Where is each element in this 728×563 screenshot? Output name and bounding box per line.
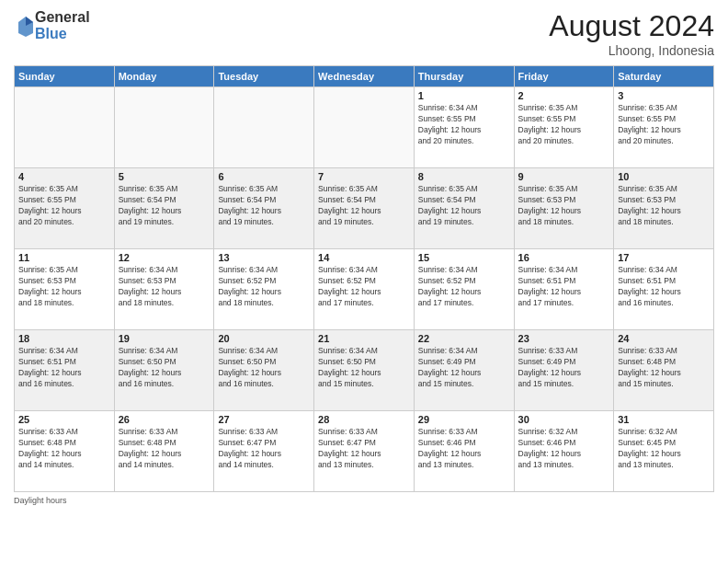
- day-info: Sunrise: 6:35 AMSunset: 6:53 PMDaylight:…: [518, 184, 610, 228]
- day-info: Sunrise: 6:35 AMSunset: 6:54 PMDaylight:…: [418, 184, 510, 228]
- day-number: 20: [218, 333, 310, 344]
- logo-general: General: [35, 9, 90, 26]
- table-row: 4Sunrise: 6:35 AMSunset: 6:55 PMDaylight…: [15, 168, 115, 249]
- day-number: 3: [618, 90, 710, 101]
- calendar-header-row: Sunday Monday Tuesday Wednesday Thursday…: [15, 66, 714, 87]
- day-number: 14: [318, 252, 410, 263]
- day-number: 12: [119, 252, 210, 263]
- table-row: 20Sunrise: 6:34 AMSunset: 6:50 PMDayligh…: [214, 330, 314, 411]
- day-number: 5: [119, 171, 210, 182]
- table-row: 7Sunrise: 6:35 AMSunset: 6:54 PMDaylight…: [314, 168, 415, 249]
- day-number: 31: [618, 414, 710, 425]
- table-row: 5Sunrise: 6:35 AMSunset: 6:54 PMDaylight…: [114, 168, 214, 249]
- table-row: 27Sunrise: 6:33 AMSunset: 6:47 PMDayligh…: [214, 411, 314, 492]
- calendar-week-row: 4Sunrise: 6:35 AMSunset: 6:55 PMDaylight…: [15, 168, 714, 249]
- table-row: 13Sunrise: 6:34 AMSunset: 6:52 PMDayligh…: [214, 249, 314, 330]
- table-row: 2Sunrise: 6:35 AMSunset: 6:55 PMDaylight…: [514, 87, 614, 168]
- table-row: 25Sunrise: 6:33 AMSunset: 6:48 PMDayligh…: [15, 411, 115, 492]
- day-info: Sunrise: 6:35 AMSunset: 6:53 PMDaylight:…: [618, 184, 710, 228]
- day-number: 24: [618, 333, 710, 344]
- logo-text: General Blue: [35, 9, 90, 41]
- col-saturday: Saturday: [614, 66, 714, 87]
- day-info: Sunrise: 6:35 AMSunset: 6:54 PMDaylight:…: [119, 184, 210, 228]
- day-info: Sunrise: 6:35 AMSunset: 6:53 PMDaylight:…: [18, 265, 110, 309]
- table-row: 14Sunrise: 6:34 AMSunset: 6:52 PMDayligh…: [314, 249, 415, 330]
- day-info: Sunrise: 6:33 AMSunset: 6:48 PMDaylight:…: [18, 427, 110, 471]
- col-thursday: Thursday: [414, 66, 514, 87]
- table-row: 3Sunrise: 6:35 AMSunset: 6:55 PMDaylight…: [614, 87, 714, 168]
- table-row: [114, 87, 214, 168]
- day-number: 8: [418, 171, 510, 182]
- table-row: 1Sunrise: 6:34 AMSunset: 6:55 PMDaylight…: [414, 87, 514, 168]
- month-year: August 2024: [549, 9, 714, 43]
- table-row: 24Sunrise: 6:33 AMSunset: 6:48 PMDayligh…: [614, 330, 714, 411]
- col-wednesday: Wednesday: [314, 66, 415, 87]
- day-number: 28: [318, 414, 410, 425]
- table-row: [214, 87, 314, 168]
- col-tuesday: Tuesday: [214, 66, 314, 87]
- day-info: Sunrise: 6:34 AMSunset: 6:55 PMDaylight:…: [418, 103, 510, 147]
- table-row: 9Sunrise: 6:35 AMSunset: 6:53 PMDaylight…: [514, 168, 614, 249]
- table-row: 11Sunrise: 6:35 AMSunset: 6:53 PMDayligh…: [15, 249, 115, 330]
- day-number: 11: [18, 252, 110, 263]
- day-info: Sunrise: 6:34 AMSunset: 6:52 PMDaylight:…: [418, 265, 510, 309]
- day-number: 7: [318, 171, 410, 182]
- day-number: 16: [518, 252, 610, 263]
- calendar-week-row: 11Sunrise: 6:35 AMSunset: 6:53 PMDayligh…: [15, 249, 714, 330]
- day-number: 25: [18, 414, 110, 425]
- table-row: 28Sunrise: 6:33 AMSunset: 6:47 PMDayligh…: [314, 411, 415, 492]
- day-info: Sunrise: 6:34 AMSunset: 6:50 PMDaylight:…: [318, 346, 410, 390]
- day-info: Sunrise: 6:33 AMSunset: 6:46 PMDaylight:…: [418, 427, 510, 471]
- table-row: 21Sunrise: 6:34 AMSunset: 6:50 PMDayligh…: [314, 330, 415, 411]
- table-row: 10Sunrise: 6:35 AMSunset: 6:53 PMDayligh…: [614, 168, 714, 249]
- table-row: 16Sunrise: 6:34 AMSunset: 6:51 PMDayligh…: [514, 249, 614, 330]
- col-friday: Friday: [514, 66, 614, 87]
- day-number: 21: [318, 333, 410, 344]
- day-number: 27: [218, 414, 310, 425]
- day-info: Sunrise: 6:35 AMSunset: 6:55 PMDaylight:…: [618, 103, 710, 147]
- day-number: 19: [119, 333, 210, 344]
- table-row: 8Sunrise: 6:35 AMSunset: 6:54 PMDaylight…: [414, 168, 514, 249]
- day-number: 1: [418, 90, 510, 101]
- day-number: 30: [518, 414, 610, 425]
- day-info: Sunrise: 6:32 AMSunset: 6:46 PMDaylight:…: [518, 427, 610, 471]
- day-number: 15: [418, 252, 510, 263]
- day-info: Sunrise: 6:34 AMSunset: 6:52 PMDaylight:…: [318, 265, 410, 309]
- day-info: Sunrise: 6:33 AMSunset: 6:47 PMDaylight:…: [218, 427, 310, 471]
- day-info: Sunrise: 6:32 AMSunset: 6:45 PMDaylight:…: [618, 427, 710, 471]
- table-row: 15Sunrise: 6:34 AMSunset: 6:52 PMDayligh…: [414, 249, 514, 330]
- day-number: 6: [218, 171, 310, 182]
- day-info: Sunrise: 6:34 AMSunset: 6:51 PMDaylight:…: [518, 265, 610, 309]
- calendar-container: General Blue August 2024 Lhoong, Indones…: [0, 0, 728, 563]
- day-info: Sunrise: 6:35 AMSunset: 6:55 PMDaylight:…: [518, 103, 610, 147]
- day-info: Sunrise: 6:35 AMSunset: 6:55 PMDaylight:…: [18, 184, 110, 228]
- day-info: Sunrise: 6:33 AMSunset: 6:48 PMDaylight:…: [618, 346, 710, 390]
- location: Lhoong, Indonesia: [549, 43, 714, 58]
- table-row: 30Sunrise: 6:32 AMSunset: 6:46 PMDayligh…: [514, 411, 614, 492]
- day-number: 23: [518, 333, 610, 344]
- day-number: 22: [418, 333, 510, 344]
- header: General Blue August 2024 Lhoong, Indones…: [14, 9, 714, 58]
- day-number: 17: [618, 252, 710, 263]
- table-row: 18Sunrise: 6:34 AMSunset: 6:51 PMDayligh…: [15, 330, 115, 411]
- footer-text: Daylight hours: [14, 496, 67, 505]
- footer: Daylight hours: [14, 496, 714, 505]
- logo-icon: [17, 15, 35, 37]
- table-row: 6Sunrise: 6:35 AMSunset: 6:54 PMDaylight…: [214, 168, 314, 249]
- col-monday: Monday: [114, 66, 214, 87]
- table-row: 26Sunrise: 6:33 AMSunset: 6:48 PMDayligh…: [114, 411, 214, 492]
- table-row: 19Sunrise: 6:34 AMSunset: 6:50 PMDayligh…: [114, 330, 214, 411]
- day-info: Sunrise: 6:34 AMSunset: 6:52 PMDaylight:…: [218, 265, 310, 309]
- day-number: 29: [418, 414, 510, 425]
- table-row: 12Sunrise: 6:34 AMSunset: 6:53 PMDayligh…: [114, 249, 214, 330]
- day-info: Sunrise: 6:33 AMSunset: 6:49 PMDaylight:…: [518, 346, 610, 390]
- day-info: Sunrise: 6:34 AMSunset: 6:51 PMDaylight:…: [618, 265, 710, 309]
- logo: General Blue: [14, 9, 90, 41]
- table-row: 31Sunrise: 6:32 AMSunset: 6:45 PMDayligh…: [614, 411, 714, 492]
- day-number: 26: [119, 414, 210, 425]
- day-number: 10: [618, 171, 710, 182]
- day-info: Sunrise: 6:34 AMSunset: 6:50 PMDaylight:…: [218, 346, 310, 390]
- table-row: 22Sunrise: 6:34 AMSunset: 6:49 PMDayligh…: [414, 330, 514, 411]
- logo-blue: Blue: [35, 26, 90, 42]
- table-row: 17Sunrise: 6:34 AMSunset: 6:51 PMDayligh…: [614, 249, 714, 330]
